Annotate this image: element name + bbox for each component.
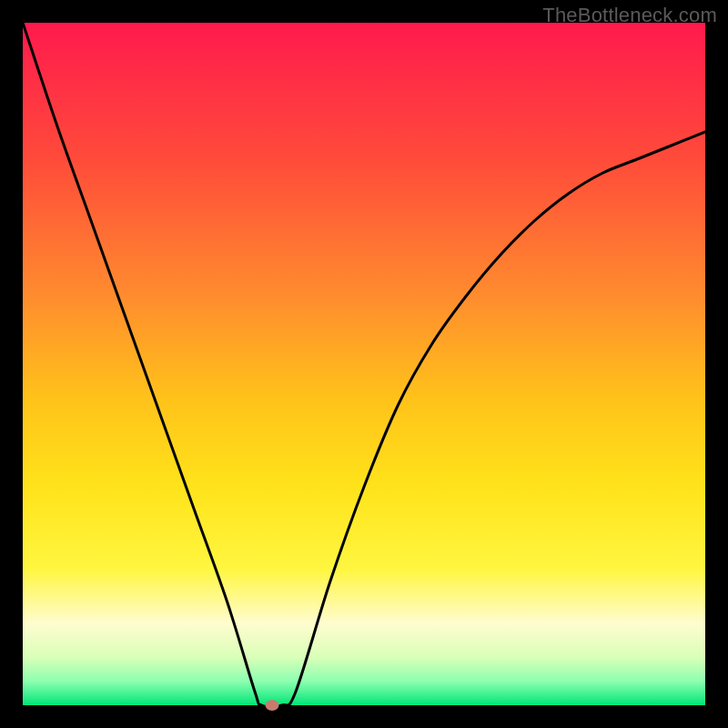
watermark-text: TheBottleneck.com [542,4,717,27]
gradient-background [23,23,705,705]
plot-area [23,23,705,705]
optimal-point-marker [265,700,278,711]
chart-frame: TheBottleneck.com [0,0,728,728]
plot-svg [23,23,705,705]
